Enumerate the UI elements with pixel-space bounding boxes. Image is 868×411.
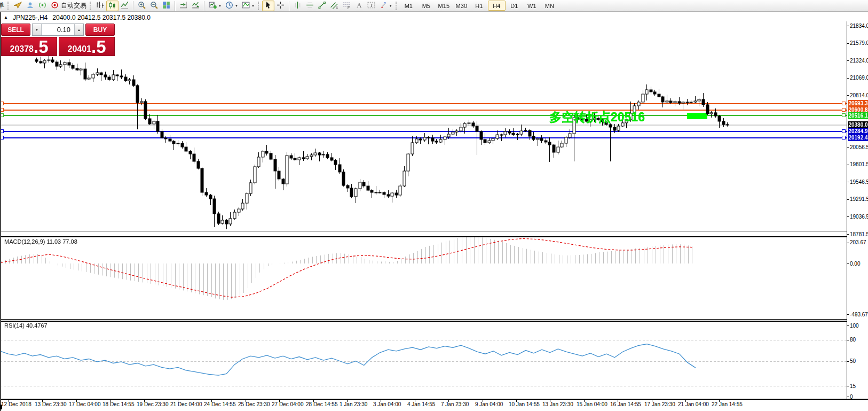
hline-icon [305,1,314,11]
autoscroll-icon [191,1,200,11]
fibonacci-tool-button[interactable]: F [341,1,353,11]
timeframe-m15-button[interactable]: M15 [435,1,453,11]
time-axis-label: 10 Jan 14:55 [509,401,540,407]
toolbar-grip [258,2,261,10]
new-order-button[interactable]: 单 [0,1,6,10]
line-handle[interactable] [842,129,846,133]
line-handle[interactable] [842,113,846,117]
chart-shift-button[interactable] [177,1,190,11]
axis-tick [847,147,849,148]
timeframe-d1-button[interactable]: D1 [506,1,523,11]
axis-label: 0 [850,394,853,400]
zoomin-icon [137,1,146,11]
arrows-tool-button[interactable]: ▼ [377,1,394,11]
buy-button[interactable]: BUY [85,24,115,36]
timeframe-m30-button[interactable]: M30 [453,1,470,11]
macd-rsi-separator[interactable] [0,319,847,320]
horizontal-line-tool-button[interactable] [304,1,316,11]
chart-ohlc-values: 20400.0 20412.5 20317.5 20380.0 [52,14,151,21]
timeframe-mn-button[interactable]: MN [541,1,558,11]
time-axis-label: 17 Dec 04:00 [69,401,101,407]
annotation-text[interactable]: 多空转折点20516 [549,109,645,126]
line-handle[interactable] [842,102,846,105]
axis-label: 21324.0 [850,58,868,64]
timeframe-m5-button[interactable]: M5 [417,1,435,11]
indicator-icon [241,1,250,11]
time-axis-label: 17 Jan 23:30 [644,401,675,407]
collapse-icon[interactable]: ▲ [4,14,8,21]
timeframe-w1-button[interactable]: W1 [523,1,541,11]
crosshair-tool-button[interactable] [274,1,287,11]
vertical-line-tool-button[interactable] [291,1,304,11]
macd-rsi-separator-line[interactable] [0,321,847,322]
axis-tick [847,386,849,386]
timeframe-m1-button[interactable]: M1 [400,1,417,11]
dropdown-arrow-icon: ▼ [218,4,222,7]
auto-scroll-button[interactable] [190,1,202,11]
cursor-tool-button[interactable] [262,1,274,11]
sell-button[interactable]: SELL [1,24,30,36]
new-chart-button[interactable]: ▼ [207,1,223,11]
axis-tick [847,26,849,26]
axis-tick [847,165,849,165]
line-handle[interactable] [842,136,846,139]
community-button[interactable] [24,1,36,11]
tile-icon [162,1,171,11]
time-axis-label: 27 Dec 04:00 [272,401,304,407]
tile-windows-button[interactable] [160,1,172,11]
toolbar-grip [90,2,92,10]
main-macd-separator-line[interactable] [0,236,847,237]
zoom-in-button[interactable] [136,1,148,11]
channel-tool-button[interactable]: E [328,1,341,11]
line-chart-mode-button[interactable] [119,1,131,11]
text-label-tool-button[interactable]: T [365,1,377,11]
metaquotes-button[interactable] [12,1,24,11]
indicators-button[interactable]: ▼ [240,1,256,11]
trendline-tool-button[interactable] [316,1,328,11]
axis-label: 20814.0 [850,92,868,98]
axis-label: 50 [850,358,856,364]
price-tag: 20380.0 [848,121,868,128]
crosshair-icon [276,1,285,11]
rsi-indicator-canvas[interactable] [0,321,847,398]
axis-tick [847,243,849,243]
autotrading-button[interactable]: 自动交易 [49,1,88,11]
zoom-out-button[interactable] [148,1,160,11]
line-handle[interactable] [842,108,846,112]
time-axis-label: 19 Dec 23:30 [137,401,169,407]
window-left-border [0,12,1,411]
axis-label: 20056.5 [850,144,868,150]
profiles-button[interactable]: ▼ [223,1,240,11]
channel-icon: E [330,1,339,11]
main-macd-separator[interactable] [0,231,847,232]
text-tool-button[interactable]: A [353,1,365,11]
lot-size-value[interactable]: 0.10 [42,24,74,35]
candlestick-mode-button[interactable] [106,1,119,11]
dropdown-arrow-icon: ▼ [251,4,255,7]
signals-button[interactable] [36,1,49,11]
lot-increase-button[interactable]: ▲ [74,24,83,35]
dropdown-arrow-icon: ▼ [235,4,238,7]
axis-tick [847,397,849,397]
buy-price-box[interactable]: 20401 .5 [59,37,115,56]
timeframe-h1-button[interactable]: H1 [470,1,488,11]
macd-indicator-canvas[interactable] [0,237,847,319]
svg-text:A: A [357,2,362,9]
chart-title-row: ▲ JPN225-,H4 20400.0 20412.5 20317.5 203… [4,14,151,21]
bars-icon [96,1,105,11]
chart-symbol-title: JPN225-,H4 [13,14,48,21]
axis-label: 21834.0 [850,23,868,29]
bar-chart-mode-button[interactable] [94,1,106,11]
axis-label: 0.00 [850,261,860,267]
rsi-label: RSI(14) 40.4767 [4,322,48,329]
zoomout-icon [149,1,159,11]
price-chart-canvas[interactable] [0,21,847,231]
svg-text:T: T [370,3,373,8]
buy-price-main: 20401 [67,45,91,55]
mq-icon [13,1,22,11]
lot-decrease-button[interactable]: ▼ [33,24,42,35]
time-axis-label: 13 Jan 23:30 [542,401,573,407]
sell-price-box[interactable]: 20378 .5 [1,37,57,56]
timeframe-h4-button[interactable]: H4 [488,1,506,11]
axis-tick [847,325,849,326]
